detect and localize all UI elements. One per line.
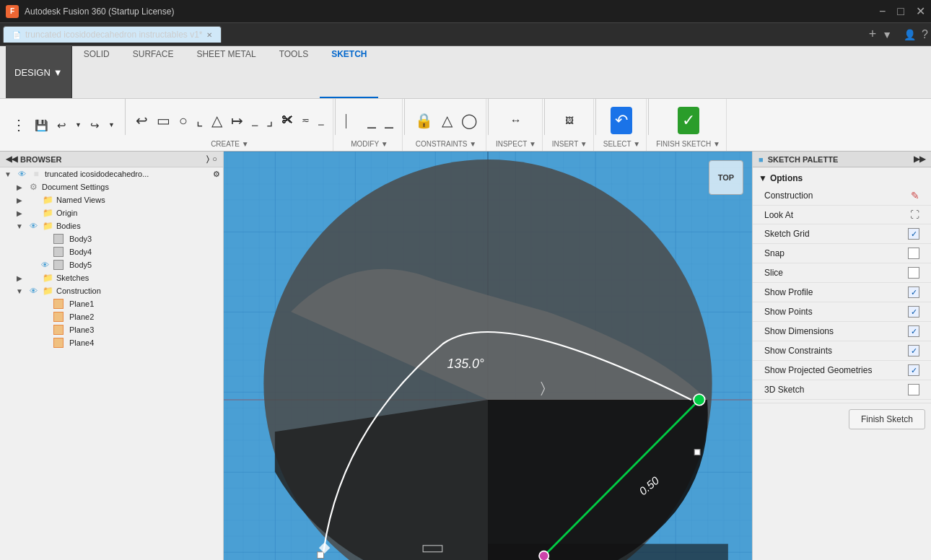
viewport[interactable]: 135.0° 0.50 (224, 152, 752, 560)
add-tab-button[interactable]: + (869, 27, 877, 42)
view-cube[interactable]: TOP (709, 160, 743, 195)
circle-constraint-icon[interactable]: ◯ (458, 112, 480, 129)
redo-dropdown-icon[interactable]: ▼ (105, 120, 118, 130)
circle-tool-icon[interactable]: ○ (176, 112, 191, 129)
plane4-label: Plane4 (69, 338, 94, 347)
modify-icon3[interactable]: ⎯ (382, 112, 396, 129)
modify-icon2[interactable]: ⎯ (364, 112, 379, 129)
tab-history-button[interactable]: ▼ (882, 29, 892, 40)
finish-sketch-button[interactable]: Finish Sketch (849, 409, 925, 429)
design-button[interactable]: DESIGN ▼ (6, 46, 72, 98)
construction-pencil-button[interactable]: ✎ (911, 190, 919, 201)
construction-arrow[interactable]: ▼ (14, 287, 25, 295)
plane4-icon (53, 338, 64, 348)
tree-item-document-settings[interactable]: ▶ ⚙ Document Settings (0, 180, 223, 193)
design-chevron-icon: ▼ (53, 67, 63, 78)
insert-icon[interactable]: 🖼 (562, 114, 577, 127)
fillet-tool-icon[interactable]: ⌟ (263, 112, 276, 129)
show-profile-checkbox[interactable]: ✓ (908, 286, 919, 298)
show-dimensions-checkbox[interactable]: ✓ (908, 325, 919, 337)
minimize-button[interactable]: − (879, 5, 886, 18)
show-projected-checkbox[interactable]: ✓ (908, 364, 919, 376)
tab-bar-right: + ▼ 👤 ? (869, 27, 928, 42)
measure-icon[interactable]: ↔ (507, 113, 525, 128)
tab-help-button[interactable]: ? (922, 28, 928, 41)
inspect-group: ↔ INSPECT ▼ (490, 99, 543, 151)
undo-dropdown-icon[interactable]: ▼ (72, 120, 84, 130)
tree-item-bodies[interactable]: ▼ 👁 📁 Bodies (0, 219, 223, 232)
tree-root-item[interactable]: ▼ 👁 ■ truncated icosidodecahedro... ⚙ (0, 167, 223, 180)
tab-close-button[interactable]: ✕ (206, 31, 212, 39)
tab-solid[interactable]: SOLID (72, 46, 121, 98)
browser-expand-icon[interactable]: 〉 (206, 154, 209, 164)
tree-item-plane3[interactable]: ▶ 👁 Plane3 (0, 323, 223, 336)
polygon-tool-icon[interactable]: △ (209, 112, 225, 129)
look-at-button[interactable]: ⛶ (910, 209, 919, 220)
bodies-arrow[interactable]: ▼ (14, 222, 25, 230)
browser-pin-icon[interactable]: ○ (212, 154, 217, 164)
mirror-tool-icon[interactable]: ↦ (228, 112, 246, 129)
tree-item-origin[interactable]: ▶ 👁 📁 Origin (0, 206, 223, 219)
trim-tool-icon[interactable]: ✀ (279, 113, 296, 128)
maximize-button[interactable]: □ (897, 5, 904, 18)
tree-item-plane2[interactable]: ▶ 👁 Plane2 (0, 310, 223, 323)
select-icon[interactable]: ↶ (611, 107, 632, 134)
body5-eye[interactable]: 👁 (39, 261, 51, 269)
slice-checkbox[interactable] (908, 267, 919, 279)
constraints-group: 🔒 △ ◯ CONSTRAINTS ▼ (406, 99, 486, 151)
svg-rect-14 (318, 552, 324, 559)
save-icon[interactable]: 💾 (32, 118, 51, 132)
slot-tool-icon[interactable]: ⎯ (249, 114, 261, 127)
sketch-grid-checkbox[interactable]: ✓ (908, 228, 919, 240)
snap-checkbox[interactable] (908, 248, 919, 259)
triangle-constraint-icon[interactable]: △ (439, 112, 455, 129)
tab-sheet-metal[interactable]: SHEET METAL (185, 46, 267, 98)
root-eye-icon[interactable]: 👁 (16, 170, 27, 178)
finish-sketch-ribbon-icon[interactable]: ✓ (678, 107, 699, 134)
close-button[interactable]: ✕ (916, 4, 925, 18)
construction-eye[interactable]: 👁 (27, 286, 39, 295)
browser-collapse-icon[interactable]: ◀◀ (6, 154, 17, 164)
offset-tool-icon[interactable]: ⎯ (315, 114, 327, 126)
redo-icon[interactable]: ↪ (87, 118, 102, 132)
origin-arrow[interactable]: ▶ (14, 209, 25, 217)
doc-settings-arrow[interactable]: ▶ (14, 183, 25, 191)
main-area: ◀◀ BROWSER 〉 ○ ▼ 👁 ■ truncated icosidode… (0, 152, 931, 560)
tree-item-plane4[interactable]: ▶ 👁 Plane4 (0, 336, 223, 349)
line-tool-icon[interactable]: ↩ (133, 112, 151, 129)
grid-icon[interactable]: ⋮ (9, 116, 29, 134)
sketch-palette-expand-icon[interactable]: ▶▶ (914, 154, 925, 164)
show-points-checkbox[interactable]: ✓ (908, 306, 919, 318)
show-constraints-checkbox[interactable]: ✓ (908, 345, 919, 356)
modify-icon1[interactable]: ⎸ (343, 112, 362, 129)
undo-icon[interactable]: ↩ (54, 118, 69, 132)
sketches-arrow[interactable]: ▶ (14, 274, 25, 282)
tree-item-body4[interactable]: ▶ 👁 Body4 (0, 245, 223, 258)
ribbon-separator-1 (125, 99, 126, 135)
svg-text:135.0°: 135.0° (447, 356, 484, 371)
options-section-header[interactable]: ▼ Options (753, 170, 931, 186)
finish-sketch-label: FINISH SKETCH ▼ (656, 139, 720, 148)
viewport-canvas: 135.0° 0.50 (224, 152, 752, 560)
tree-item-construction[interactable]: ▼ 👁 📁 Construction (0, 284, 223, 297)
lock-constraint-icon[interactable]: 🔒 (412, 112, 436, 129)
tree-item-sketches[interactable]: ▶ 👁 📁 Sketches (0, 271, 223, 284)
root-settings-icon[interactable]: ⚙ (213, 170, 220, 179)
file-tab[interactable]: 📄 truncated icosidodecahedron instructab… (3, 26, 222, 43)
tab-tools[interactable]: TOOLS (268, 46, 320, 98)
arc-tool-icon[interactable]: ⌞ (193, 112, 206, 129)
tab-surface[interactable]: SURFACE (121, 46, 185, 98)
svg-rect-6 (488, 544, 728, 560)
3d-sketch-checkbox[interactable] (908, 384, 919, 395)
tree-item-plane1[interactable]: ▶ 👁 Plane1 (0, 297, 223, 310)
rectangle-tool-icon[interactable]: ▭ (154, 112, 173, 129)
tab-sketch[interactable]: SKETCH (320, 46, 378, 98)
tree-item-body5[interactable]: ▶ 👁 Body5 (0, 258, 223, 271)
bodies-eye[interactable]: 👁 (27, 222, 39, 230)
pattern-tool-icon[interactable]: ≂ (299, 114, 312, 126)
tab-user-button[interactable]: 👤 (904, 29, 916, 40)
named-views-arrow[interactable]: ▶ (14, 196, 25, 204)
tree-item-named-views[interactable]: ▶ 👁 📁 Named Views (0, 193, 223, 206)
root-expand-arrow[interactable]: ▼ (3, 170, 13, 178)
tree-item-body3[interactable]: ▶ 👁 Body3 (0, 232, 223, 245)
